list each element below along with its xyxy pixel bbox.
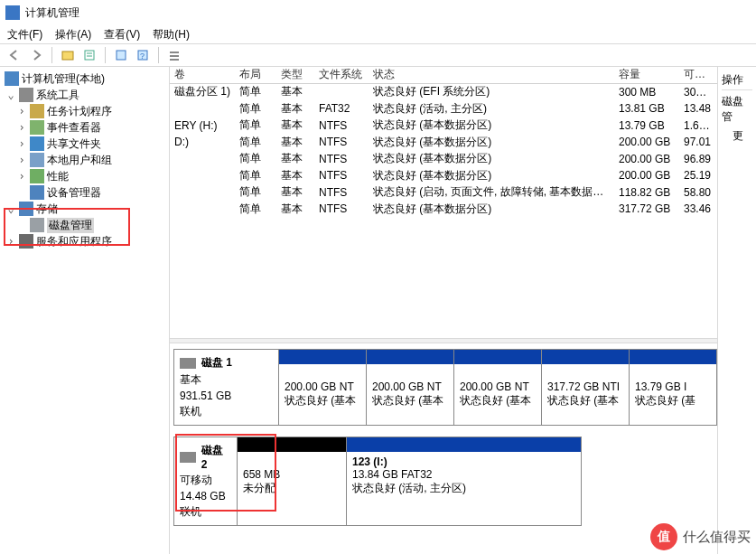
toolbar-separator	[51, 47, 52, 63]
back-button[interactable]	[5, 46, 23, 64]
titlebar: 计算机管理	[0, 0, 756, 25]
properties-button[interactable]	[80, 46, 98, 64]
disk-size: 931.51 GB	[180, 390, 273, 402]
col-free[interactable]: 可用空	[679, 67, 717, 82]
window-title: 计算机管理	[25, 5, 79, 21]
disk-label-2[interactable]: 磁盘 2 可移动 14.48 GB 联机	[174, 437, 238, 525]
toolbar: ?	[0, 43, 756, 67]
partition[interactable]: 200.00 GB NT状态良好 (基本	[366, 350, 453, 425]
partition[interactable]: 13.79 GB I状态良好 (基	[629, 350, 716, 425]
users-icon	[30, 153, 44, 167]
disk-name: 磁盘 1	[201, 355, 232, 371]
svg-rect-4	[117, 51, 126, 60]
tree-device-manager[interactable]: 设备管理器	[0, 184, 169, 201]
volume-row[interactable]: ERY (H:)简单基本NTFS状态良好 (基本数据分区)13.79 GB1.6…	[170, 117, 717, 135]
col-volume[interactable]: 卷	[170, 67, 235, 82]
disk-row-1[interactable]: 磁盘 1 基本 931.51 GB 联机 200.00 GB NT状态良好 (基…	[173, 349, 717, 426]
volume-row[interactable]: 简单基本NTFS状态良好 (基本数据分区)200.00 GB96.89	[170, 151, 717, 168]
watermark: 值 什么值得买	[650, 523, 751, 550]
nav-tree[interactable]: 计算机管理(本地) ⌄ 系统工具 › 任务计划程序 › 事件查看器 › 共享文件…	[0, 67, 170, 554]
expand-icon[interactable]: ›	[16, 154, 27, 166]
collapse-icon[interactable]: ⌄	[5, 202, 16, 215]
services-icon	[19, 234, 33, 249]
disk-type: 可移动	[180, 473, 231, 488]
disk-type: 基本	[180, 372, 273, 388]
main-pane: 卷 布局 类型 文件系统 状态 容量 可用空 磁盘分区 1)简单基本状态良好 (…	[170, 67, 718, 554]
col-fs[interactable]: 文件系统	[314, 67, 369, 82]
explorer-button[interactable]	[59, 46, 77, 64]
svg-rect-5	[138, 51, 147, 60]
tree-task-scheduler[interactable]: › 任务计划程序	[0, 103, 169, 119]
partition[interactable]: 200.00 GB NT状态良好 (基本	[453, 350, 541, 425]
tree-local-users[interactable]: › 本地用户和组	[0, 152, 169, 168]
expand-icon[interactable]: ›	[16, 170, 27, 183]
tree-services[interactable]: › 服务和应用程序	[0, 233, 169, 249]
actions-title: 操作	[722, 70, 752, 90]
volume-row[interactable]: 简单基本NTFS状态良好 (启动, 页面文件, 故障转储, 基本数据分区)118…	[170, 184, 717, 202]
svg-rect-0	[62, 52, 73, 60]
watermark-badge: 值	[650, 523, 677, 550]
toolbar-separator	[105, 47, 106, 63]
collapse-icon[interactable]: ⌄	[5, 89, 16, 101]
volume-header[interactable]: 卷 布局 类型 文件系统 状态 容量 可用空	[170, 67, 717, 84]
tree-root[interactable]: 计算机管理(本地)	[0, 70, 169, 87]
tree-system-tools[interactable]: ⌄ 系统工具	[0, 87, 169, 103]
help-button[interactable]: ?	[134, 46, 152, 64]
tree-performance[interactable]: › 性能	[0, 168, 169, 184]
perf-icon	[30, 169, 44, 183]
partition[interactable]: 317.72 GB NTI状态良好 (基本	[541, 350, 629, 425]
disk-size: 14.48 GB	[180, 490, 231, 502]
col-status[interactable]: 状态	[369, 67, 614, 82]
tree-event-viewer[interactable]: › 事件查看器	[0, 119, 169, 136]
drive-icon	[180, 452, 196, 463]
disk-icon	[30, 218, 44, 232]
svg-text:?: ?	[140, 52, 145, 61]
watermark-text: 什么值得买	[683, 529, 751, 546]
forward-button[interactable]	[27, 46, 45, 64]
expand-icon[interactable]: ›	[16, 137, 27, 150]
expand-icon[interactable]: ›	[16, 105, 27, 117]
volume-row[interactable]: 简单基本FAT32状态良好 (活动, 主分区)13.81 GB13.48	[170, 100, 717, 117]
disk-row-2[interactable]: 磁盘 2 可移动 14.48 GB 联机 658 MB未分配123 (I:)13…	[173, 437, 582, 526]
wrench-icon	[19, 88, 33, 102]
partition[interactable]: 658 MB未分配	[238, 437, 346, 525]
disk-status: 联机	[180, 404, 273, 419]
menu-action[interactable]: 操作(A)	[55, 27, 91, 42]
svg-rect-1	[85, 51, 94, 60]
col-capacity[interactable]: 容量	[614, 67, 679, 82]
col-layout[interactable]: 布局	[235, 67, 276, 82]
expand-icon[interactable]: ›	[16, 121, 27, 134]
menu-file[interactable]: 文件(F)	[7, 27, 42, 42]
partition[interactable]: 200.00 GB NT状态良好 (基本	[279, 350, 366, 425]
svg-rect-7	[170, 52, 179, 53]
actions-item[interactable]: 更	[722, 128, 752, 144]
menu-help[interactable]: 帮助(H)	[153, 27, 190, 42]
volume-row[interactable]: 简单基本NTFS状态良好 (基本数据分区)200.00 GB25.19	[170, 167, 717, 184]
app-icon	[5, 5, 20, 20]
menubar: 文件(F) 操作(A) 查看(V) 帮助(H)	[0, 25, 756, 43]
expand-icon[interactable]: ›	[5, 235, 16, 248]
volume-row[interactable]: 磁盘分区 1)简单基本状态良好 (EFI 系统分区)300 MB300 M	[170, 84, 717, 101]
list-view-button[interactable]	[165, 46, 183, 64]
tree-storage[interactable]: ⌄ 存储	[0, 201, 169, 217]
actions-pane: 操作 磁盘管 更	[718, 67, 756, 554]
disk-name: 磁盘 2	[201, 443, 231, 471]
disk-graphic-pane[interactable]: 磁盘 1 基本 931.51 GB 联机 200.00 GB NT状态良好 (基…	[170, 343, 717, 554]
volume-row[interactable]: 简单基本NTFS状态良好 (基本数据分区)317.72 GB33.46	[170, 201, 717, 218]
scheduler-icon	[30, 104, 44, 118]
devmgr-icon	[30, 185, 44, 200]
storage-icon	[19, 202, 33, 216]
col-type[interactable]: 类型	[276, 67, 314, 82]
disk-label-1[interactable]: 磁盘 1 基本 931.51 GB 联机	[174, 350, 279, 425]
actions-item[interactable]: 磁盘管	[722, 90, 752, 128]
svg-rect-9	[170, 59, 179, 61]
refresh-button[interactable]	[112, 46, 130, 64]
tree-disk-management[interactable]: 磁盘管理	[0, 217, 169, 233]
volume-list[interactable]: 卷 布局 类型 文件系统 状态 容量 可用空 磁盘分区 1)简单基本状态良好 (…	[170, 67, 717, 338]
menu-view[interactable]: 查看(V)	[104, 27, 140, 42]
drive-icon	[180, 358, 196, 369]
partition[interactable]: 123 (I:)13.84 GB FAT32状态良好 (活动, 主分区)	[346, 437, 581, 525]
event-icon	[30, 120, 44, 135]
volume-row[interactable]: D:)简单基本NTFS状态良好 (基本数据分区)200.00 GB97.01	[170, 134, 717, 151]
tree-shared-folders[interactable]: › 共享文件夹	[0, 136, 169, 152]
